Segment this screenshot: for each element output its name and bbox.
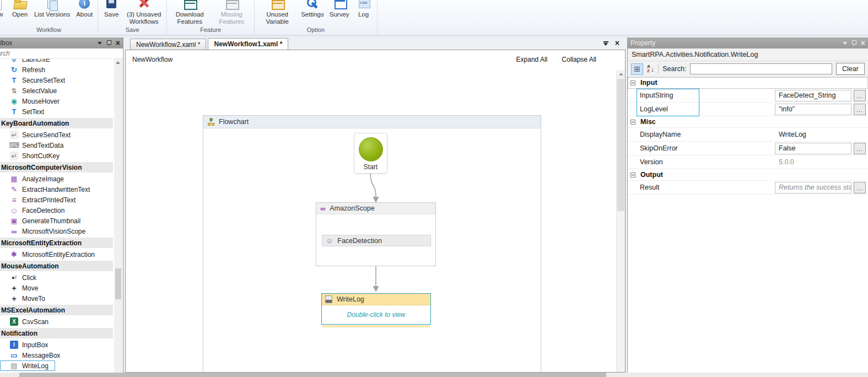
horizontal-scrollbar[interactable] — [0, 373, 868, 377]
writelog-node[interactable]: WriteLog Double-click to view — [321, 293, 431, 325]
toolbox-item-mousehover[interactable]: ◉MouseHover — [0, 96, 113, 106]
facedetection-activity[interactable]: ☺ FaceDetection — [322, 235, 431, 246]
toolbox-item-refresh[interactable]: ↻Refresh — [0, 64, 113, 75]
breadcrumb[interactable]: NewWorkflow — [132, 56, 172, 63]
toolbox-item-sendtextdata[interactable]: ⌨SendTextData — [0, 140, 113, 150]
flowchart-header[interactable]: Flowchart — [203, 116, 541, 128]
property-value-input[interactable]: False — [775, 143, 851, 154]
property-toolbar: ⊞ AZ↓ Search: Clear — [628, 61, 868, 77]
sort-az-icon[interactable]: AZ↓ — [647, 64, 654, 73]
ribbon-button-unused-variable[interactable]: Unused Variable — [256, 0, 298, 25]
ribbon-button-survey[interactable]: Survey — [327, 0, 352, 18]
toolbox-item-analyzeimage[interactable]: ▦AnalyzeImage — [0, 174, 113, 184]
toolbox-item-facedetection[interactable]: ☺FaceDetection — [0, 205, 113, 216]
property-value-text[interactable]: WriteLog — [775, 131, 868, 138]
ellipsis-button[interactable]: ... — [854, 90, 866, 101]
ribbon-button-settings[interactable]: Settings — [298, 0, 327, 18]
toolbox-group-mouseautomation[interactable]: MouseAutomation — [0, 261, 113, 271]
toolbox-item-messagebox[interactable]: ▭MessageBox — [0, 350, 113, 360]
ribbon-button-new[interactable]: New — [0, 0, 8, 18]
toolbox-search-input[interactable]: Search — [0, 49, 123, 59]
toolbox-group-microsoftcomputervision[interactable]: MicrosoftComputerVision — [0, 162, 113, 173]
survey-icon — [332, 0, 347, 11]
toolbox-item-microsoftentityextraction[interactable]: ✱MicrosoftEntityExtraction — [0, 249, 113, 260]
document-tabstrip: NewWorkflow2.xaml * NewWorkflow1.xaml * … — [123, 37, 627, 50]
ellipsis-button[interactable]: ... — [854, 104, 866, 115]
horizontal-scroll-thumb[interactable] — [19, 373, 606, 377]
ribbon-button-log[interactable]: Log — [352, 0, 375, 18]
ribbon-button-save[interactable]: Save — [100, 0, 123, 18]
toolbox-scroll-thumb[interactable] — [115, 268, 121, 299]
ellipsis-button[interactable]: ... — [854, 182, 866, 193]
panel-menu-icon[interactable] — [843, 42, 847, 45]
amazonscope-header: ∞ AmazonScope — [316, 203, 435, 214]
property-value-input[interactable]: FaceDetect_String — [775, 90, 851, 101]
collapse-all-link[interactable]: Collapse All — [562, 56, 596, 63]
toolbox-group-microsoftentityextraction[interactable]: MicrosoftEntityExtraction — [0, 238, 113, 248]
ribbon-button-download-features[interactable]: Download Features — [169, 0, 211, 25]
toolbox-item-writelog[interactable]: ▤WriteLog — [0, 360, 55, 371]
toolbox-item-selectvalue[interactable]: ⇅SelectValue — [0, 85, 113, 96]
toolbox-item-inputbox[interactable]: IInputBox — [0, 340, 113, 350]
panel-menu-icon[interactable] — [98, 42, 102, 45]
toolbox-item-shortcutkey[interactable]: ↵ShortCutKey — [0, 150, 113, 161]
toolbox-item-securesettext[interactable]: TSecureSetText — [0, 75, 113, 85]
canvas-scroll-thumb[interactable] — [617, 79, 624, 211]
tab-list-menu-icon[interactable] — [603, 41, 608, 46]
toolbox-item-csvscan[interactable]: XCsvScan — [0, 316, 113, 327]
amazonscope-node[interactable]: ∞ AmazonScope ☺ FaceDetection — [316, 202, 436, 266]
ribbon-button-open[interactable]: Open — [8, 0, 31, 18]
scroll-up-icon[interactable] — [116, 61, 120, 64]
toolbox-scrollbar[interactable] — [114, 59, 122, 373]
toolbox-item-launchie[interactable]: eLaunchIE — [0, 59, 113, 64]
canvas-scrollbar[interactable] — [616, 70, 625, 372]
expand-all-link[interactable]: Expand All — [516, 56, 548, 63]
close-icon[interactable]: × — [116, 40, 120, 46]
about-icon — [77, 0, 91, 11]
toolbox-item-label: MessageBox — [22, 352, 60, 359]
start-node[interactable]: Start — [354, 133, 387, 174]
ribbon-button-about[interactable]: About — [73, 0, 96, 18]
toolbox-item-extracthandwrittentext[interactable]: ✎ExtractHandwrittenText — [0, 184, 113, 195]
toolbox-item-move[interactable]: +Move — [0, 283, 113, 293]
tab-close-icon[interactable]: × — [615, 40, 619, 46]
workflow-canvas[interactable]: NewWorkflow Expand All Collapse All Flow… — [125, 50, 626, 373]
toolbox-group-keyboardautomation[interactable]: KeyBoardAutomation — [0, 118, 113, 128]
property-search-input[interactable] — [690, 63, 832, 74]
toolbox-item-moveto[interactable]: +MoveTo — [0, 293, 113, 304]
clear-button[interactable]: Clear — [836, 63, 865, 75]
collapse-icon[interactable] — [630, 80, 635, 85]
property-value-input[interactable]: "info" — [775, 104, 851, 115]
pin-icon[interactable] — [106, 40, 111, 46]
pin-icon[interactable] — [851, 40, 856, 46]
writelog-node-label: WriteLog — [337, 295, 364, 303]
toolbox-item-extractprintedtext[interactable]: ≡ExtractPrintedText — [0, 195, 113, 205]
property-section-output[interactable]: Output — [628, 169, 868, 181]
printedtext-icon: ≡ — [10, 196, 18, 204]
collapse-icon[interactable] — [630, 120, 635, 125]
collapse-icon[interactable] — [630, 173, 635, 177]
categorize-icon[interactable]: ⊞ — [631, 63, 643, 75]
close-icon[interactable]: × — [861, 40, 865, 46]
ellipsis-button[interactable]: ... — [854, 143, 866, 154]
toolbox-item-label: LaunchIE — [22, 59, 50, 63]
tab-newworkflow1[interactable]: NewWorkflow1.xaml * — [208, 38, 288, 50]
toolbox-item-click[interactable]: ●²Click — [0, 272, 113, 283]
ribbon-button-3-unsaved-workflows[interactable]: (3) Unsaved Workflows — [123, 0, 165, 25]
toolbox-item-settext[interactable]: TSetText — [0, 106, 113, 117]
toolbox-group-msexcelautomation[interactable]: MSExcelAutomation — [0, 305, 113, 315]
toolbox-item-securesendtext[interactable]: ↵SecureSendText — [0, 130, 113, 140]
toolbox-item-generatethumbnail[interactable]: ▣GenerateThumbnail — [0, 216, 113, 226]
property-value-placeholder[interactable]: Returns the success state — [775, 182, 851, 193]
excel-icon: X — [10, 317, 18, 326]
ribbon-button-label: Missing Features — [213, 11, 250, 25]
ribbon-groups: NewOpenList VersionsAboutWorkflowSave(3)… — [0, 0, 378, 35]
ribbon-button-missing-features[interactable]: Missing Features — [211, 0, 252, 25]
toolbox-group-notification[interactable]: Notification — [0, 328, 113, 338]
scroll-up-icon[interactable] — [619, 73, 623, 76]
ribbon-button-list-versions[interactable]: List Versions — [31, 0, 73, 18]
property-section-misc[interactable]: Misc — [628, 116, 868, 128]
toolbox-item-microsoftvisionscope[interactable]: ∞MicrosoftVisionScope — [0, 226, 113, 236]
property-section-input[interactable]: Input — [628, 77, 868, 89]
tab-newworkflow2[interactable]: NewWorkflow2.xaml * — [130, 39, 206, 50]
